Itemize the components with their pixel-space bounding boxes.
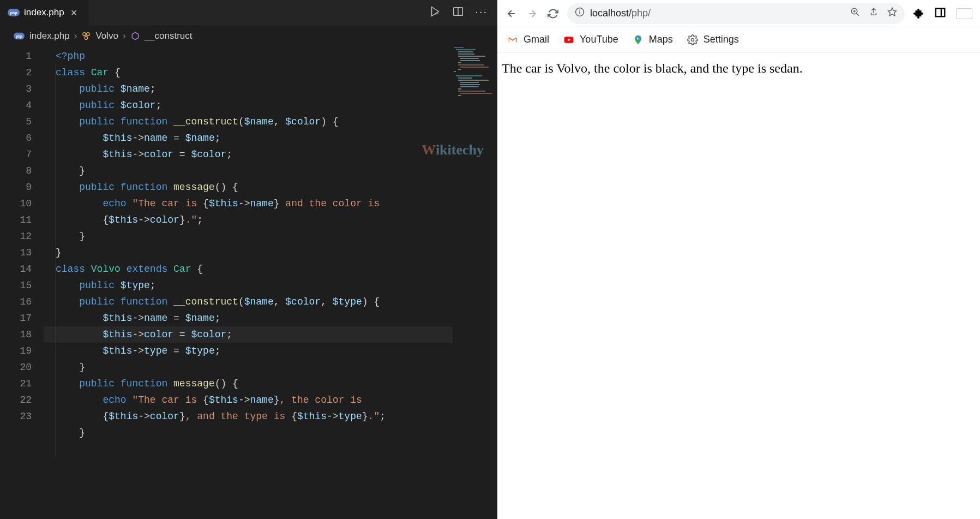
bookmark-label: Settings xyxy=(704,34,739,45)
share-icon[interactable] xyxy=(869,7,879,20)
editor-pane: php index.php × ··· php index.php › Volv… xyxy=(0,0,497,519)
bookmark-label: Maps xyxy=(649,34,673,45)
tab-bar: php index.php × ··· xyxy=(0,0,497,25)
run-icon[interactable] xyxy=(429,5,441,20)
svg-point-17 xyxy=(691,38,694,41)
browser-toolbar: localhost/php/ xyxy=(497,0,980,27)
php-icon: php xyxy=(14,33,25,40)
back-icon[interactable] xyxy=(505,8,518,19)
page-output: The car is Volvo, the color is black, an… xyxy=(502,61,803,75)
youtube-icon xyxy=(563,34,574,45)
gmail-icon xyxy=(507,34,518,45)
svg-point-7 xyxy=(580,10,580,10)
reload-icon[interactable] xyxy=(546,8,560,19)
browser-pane: localhost/php/ Gmail YouTube Maps xyxy=(497,0,980,519)
extensions-icon[interactable] xyxy=(912,7,924,21)
panel-icon[interactable] xyxy=(934,7,946,21)
gear-icon xyxy=(687,34,698,45)
watermark: Wikitechy xyxy=(422,142,484,158)
tab-label: index.php xyxy=(24,7,64,18)
chevron-right-icon: › xyxy=(123,31,126,41)
crumb-file[interactable]: index.php xyxy=(29,31,70,41)
svg-point-3 xyxy=(87,33,90,36)
info-icon[interactable] xyxy=(575,7,585,20)
profile-icon[interactable] xyxy=(956,8,972,19)
star-icon[interactable] xyxy=(887,7,897,20)
code-content[interactable]: <?phpclass Car { public $name; public $c… xyxy=(44,47,497,519)
browser-content: The car is Volvo, the color is black, an… xyxy=(497,52,980,519)
address-bar[interactable]: localhost/php/ xyxy=(567,3,905,24)
bookmark-label: YouTube xyxy=(580,34,618,45)
class-icon xyxy=(81,31,91,41)
more-icon[interactable]: ··· xyxy=(475,5,488,20)
bookmarks-bar: Gmail YouTube Maps Settings xyxy=(497,27,980,52)
close-icon[interactable]: × xyxy=(69,7,80,19)
maps-icon xyxy=(633,34,644,45)
crumb-class[interactable]: Volvo xyxy=(95,31,118,41)
chevron-right-icon: › xyxy=(74,31,77,41)
tab-index-php[interactable]: php index.php × xyxy=(0,0,89,25)
svg-line-9 xyxy=(856,13,859,16)
breadcrumbs: php index.php › Volvo › __construct xyxy=(0,25,497,47)
php-icon: php xyxy=(8,9,20,16)
bookmark-label: Gmail xyxy=(524,34,549,45)
svg-marker-12 xyxy=(888,8,897,16)
tab-actions: ··· xyxy=(429,5,497,20)
bookmark-maps[interactable]: Maps xyxy=(633,34,673,45)
code-area[interactable]: 1234567891011121314151617181920212223 <?… xyxy=(0,47,497,519)
bookmark-gmail[interactable]: Gmail xyxy=(507,34,549,45)
split-icon[interactable] xyxy=(452,5,464,20)
url-text: localhost/php/ xyxy=(590,8,651,19)
bookmark-settings[interactable]: Settings xyxy=(687,34,739,45)
svg-rect-13 xyxy=(936,8,945,16)
method-icon xyxy=(130,31,140,41)
svg-point-2 xyxy=(83,33,86,36)
gutter: 1234567891011121314151617181920212223 xyxy=(0,47,44,519)
forward-icon[interactable] xyxy=(526,8,539,19)
zoom-icon[interactable] xyxy=(850,7,860,20)
crumb-method[interactable]: __construct xyxy=(145,31,193,41)
bookmark-youtube[interactable]: YouTube xyxy=(563,34,618,45)
svg-point-4 xyxy=(85,37,88,40)
